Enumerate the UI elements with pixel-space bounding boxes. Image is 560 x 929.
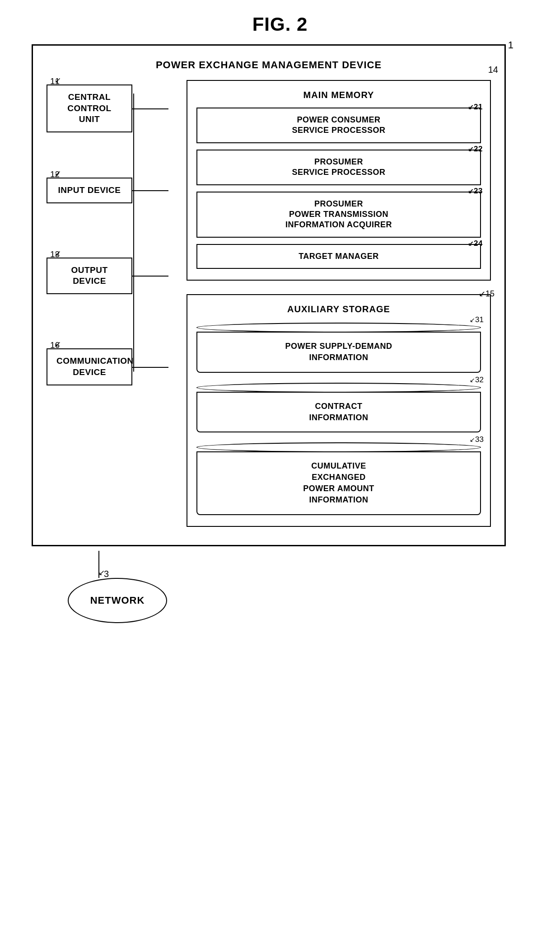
output-device: OUTPUT DEVICE bbox=[47, 258, 132, 294]
proc-23-box: ↙23 PROSUMERPOWER TRANSMISSIONINFORMATIO… bbox=[196, 192, 481, 238]
figure-title: FIG. 2 bbox=[252, 14, 308, 35]
db-31-box: ↙31 POWER SUPPLY-DEMANDINFORMATION bbox=[196, 322, 481, 372]
db-32-label: CONTRACTINFORMATION bbox=[309, 402, 368, 422]
aux-storage-title: AUXILIARY STORAGE bbox=[196, 304, 481, 314]
proc-22-box: ↙22 PROSUMERSERVICE PROCESSOR bbox=[196, 150, 481, 185]
db-33-label: CUMULATIVEEXCHANGEDPOWER AMOUNTINFORMATI… bbox=[303, 461, 374, 505]
main-memory-section: MAIN MEMORY ↙21 POWER CONSUMERSERVICE PR… bbox=[187, 80, 491, 281]
central-control-unit-wrapper: 11 ↙ CENTRAL CONTROLUNIT bbox=[47, 84, 132, 132]
left-vertical-connector bbox=[133, 94, 134, 372]
network-ellipse: NETWORK bbox=[68, 578, 167, 623]
comm-device-wrapper: 16 ↙ COMMUNICATIONDEVICE bbox=[47, 348, 132, 385]
proc-24-label: TARGET MANAGER bbox=[299, 252, 379, 261]
db-31-cylinder: POWER SUPPLY-DEMANDINFORMATION bbox=[196, 332, 481, 372]
ref-21: ↙21 bbox=[468, 102, 483, 112]
outer-ref-14: 14 bbox=[488, 65, 498, 75]
ref-31: ↙31 bbox=[470, 315, 484, 324]
central-control-unit: CENTRAL CONTROLUNIT bbox=[47, 84, 132, 132]
ref-33: ↙33 bbox=[470, 435, 484, 444]
network-label: NETWORK bbox=[90, 595, 145, 606]
proc-24-box: ↙24 TARGET MANAGER bbox=[196, 244, 481, 269]
output-device-wrapper: 13 ↙ OUTPUT DEVICE bbox=[47, 258, 132, 294]
db-33-top bbox=[196, 442, 481, 452]
network-section: 3 ↙ NETWORK bbox=[32, 551, 528, 623]
proc-22-label: PROSUMERSERVICE PROCESSOR bbox=[292, 157, 385, 177]
comm-h-connector bbox=[132, 367, 168, 368]
ref-24: ↙24 bbox=[468, 239, 483, 249]
ref-12-curve: ↙ bbox=[55, 169, 61, 178]
db-32-cylinder: CONTRACTINFORMATION bbox=[196, 392, 481, 432]
aux-storage-section: ↙15 AUXILIARY STORAGE ↙31 POWER SUPPLY-D… bbox=[187, 294, 491, 527]
db-33-cylinder: CUMULATIVEEXCHANGEDPOWER AMOUNTINFORMATI… bbox=[196, 451, 481, 515]
input-device: INPUT DEVICE bbox=[47, 178, 132, 203]
db-32-box: ↙32 CONTRACTINFORMATION bbox=[196, 382, 481, 432]
ref-16-curve: ↙ bbox=[55, 339, 61, 349]
input-device-label: INPUT DEVICE bbox=[58, 185, 121, 195]
db-31-top bbox=[196, 323, 481, 333]
outer-ref-1: 1 bbox=[508, 39, 513, 51]
db-33-box: ↙33 CUMULATIVEEXCHANGEDPOWER AMOUNTINFOR… bbox=[196, 441, 481, 515]
proc-21-box: ↙21 POWER CONSUMERSERVICE PROCESSOR bbox=[196, 108, 481, 143]
proc-23-label: PROSUMERPOWER TRANSMISSIONINFORMATION AC… bbox=[285, 199, 392, 230]
comm-device: COMMUNICATIONDEVICE bbox=[47, 348, 132, 385]
db-31-label: POWER SUPPLY-DEMANDINFORMATION bbox=[285, 342, 392, 362]
outer-device-label: POWER EXCHANGE MANAGEMENT DEVICE bbox=[47, 59, 491, 71]
output-h-connector bbox=[132, 276, 168, 277]
ref-11-curve: ↙ bbox=[55, 75, 61, 85]
input-h-connector bbox=[132, 190, 168, 191]
db-32-top bbox=[196, 383, 481, 393]
ccu-h-connector bbox=[132, 108, 168, 109]
ref-32: ↙32 bbox=[470, 375, 484, 385]
network-ellipse-wrapper: 3 ↙ NETWORK bbox=[68, 578, 167, 623]
central-control-unit-label: CENTRAL CONTROLUNIT bbox=[67, 92, 111, 124]
ref-22: ↙22 bbox=[468, 144, 483, 154]
ref-3-curve: ↙ bbox=[98, 568, 105, 577]
ref-23: ↙23 bbox=[468, 186, 483, 196]
input-device-wrapper: 12 ↙ INPUT DEVICE bbox=[47, 178, 132, 203]
ref-15-curve: ↙15 bbox=[479, 289, 495, 299]
comm-device-label: COMMUNICATIONDEVICE bbox=[56, 356, 134, 377]
left-column: 11 ↙ CENTRAL CONTROLUNIT 12 ↙ INPUT DEVI… bbox=[47, 80, 150, 385]
main-memory-title: MAIN MEMORY bbox=[196, 90, 481, 100]
right-column: MAIN MEMORY ↙21 POWER CONSUMERSERVICE PR… bbox=[187, 80, 491, 527]
ref-13-curve: ↙ bbox=[55, 249, 61, 258]
outer-device-box: 1 POWER EXCHANGE MANAGEMENT DEVICE 14 11… bbox=[32, 44, 506, 546]
proc-21-label: POWER CONSUMERSERVICE PROCESSOR bbox=[292, 115, 385, 135]
output-device-label: OUTPUT DEVICE bbox=[71, 265, 107, 286]
